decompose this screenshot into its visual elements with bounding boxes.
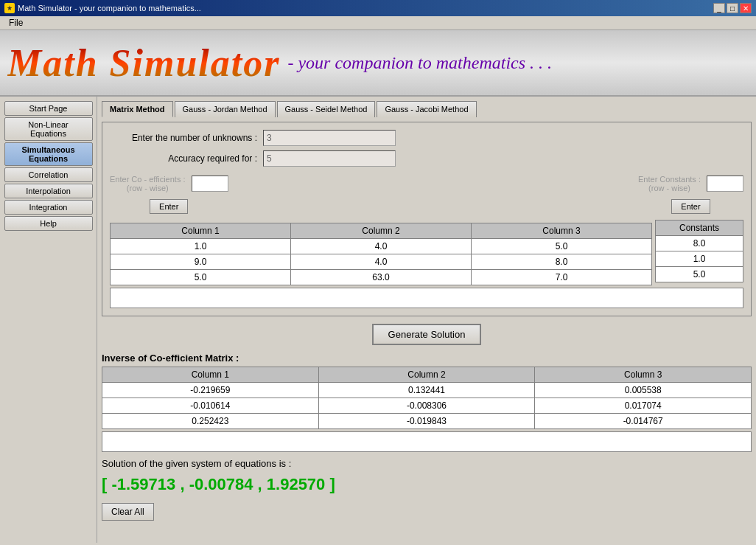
accuracy-row: Accuracy required for : [110,150,743,167]
tabs: Matrix Method Gauss - Jordan Method Gaus… [102,101,752,117]
table-cell: 9.0 [111,254,291,270]
constants-enter-button[interactable]: Enter [671,199,710,214]
matrix-empty-row [110,288,743,308]
constants-col-header: Constants [656,221,743,236]
table-cell: 8.0 [472,254,652,270]
constants-table: Constants 8.01.05.0 [655,220,743,282]
table-row: 1.04.05.0 [111,239,652,254]
table-cell: 4.0 [291,239,472,254]
table-row: 8.0 [656,236,743,251]
accuracy-input[interactable] [263,150,396,167]
generate-solution-button[interactable]: Generate Solution [372,324,482,345]
banner-subtitle: - your companion to mathematics . . . [287,53,552,73]
tab-matrix-method[interactable]: Matrix Method [102,101,173,117]
banner: Math Simulator - your companion to mathe… [0,30,756,97]
table-cell: 5.0 [111,270,291,285]
matrix-table-container: Column 1 Column 2 Column 3 1.04.05.09.04… [110,220,652,288]
constants-table-container: Constants 8.01.05.0 [655,220,743,288]
table-cell: 4.0 [291,254,472,270]
window-title: Math Simulator - your companion to mathe… [18,4,201,13]
matrix-tables-container: Column 1 Column 2 Column 3 1.04.05.09.04… [110,220,743,288]
inverse-section: Inverse of Co-efficient Matrix : Column … [102,353,752,452]
solution-value: [ -1.59713 , -0.00784 , 1.92570 ] [102,475,752,494]
constants-label-line2: (row - wise) [638,184,701,192]
file-menu[interactable]: File [4,16,27,29]
constants-label-line1: Enter Constants : [638,175,701,184]
table-cell: 0.252423 [102,414,319,429]
table-cell: 0.132441 [318,383,535,398]
clear-all-button[interactable]: Clear All [102,503,154,521]
app-body: Start Page Non-Linear Equations Simultan… [0,97,756,543]
coeff-entry-right: Enter Constants : (row - wise) Enter [638,173,743,214]
coeff-label-line2: (row - wise) [110,184,186,192]
table-cell: 0.005538 [535,383,752,398]
table-cell: 5.0 [656,267,743,282]
inv-col1-header: Column 1 [102,367,319,383]
col3-header: Column 3 [472,223,652,239]
table-row: -0.010614-0.0083060.017074 [102,398,752,414]
table-row: -0.2196590.1324410.005538 [102,383,752,398]
sidebar-item-start-page[interactable]: Start Page [4,101,93,116]
tab-gauss-jacobi[interactable]: Gauss - Jacobi Method [377,101,476,117]
content-area: Matrix Method Gauss - Jordan Method Gaus… [97,97,756,543]
solution-label: Solution of the given system of equation… [102,458,752,469]
constants-labels: Enter Constants : (row - wise) [638,175,701,192]
table-row: 5.0 [656,267,743,282]
unknowns-row: Enter the number of unknowns : [110,130,743,146]
maximize-button[interactable]: □ [727,3,738,13]
unknowns-label: Enter the number of unknowns : [110,133,257,143]
solution-section: Solution of the given system of equation… [102,458,752,494]
title-bar-left: ★ Math Simulator - your companion to mat… [4,3,201,13]
inverse-heading: Inverse of Co-efficient Matrix : [102,353,752,364]
sidebar-item-integration[interactable]: Integration [4,200,93,215]
table-cell: 7.0 [472,270,652,285]
constants-input-field[interactable] [707,176,743,192]
table-cell: 1.0 [111,239,291,254]
table-row: 0.252423-0.019843-0.014767 [102,414,752,429]
col1-header: Column 1 [111,223,291,239]
sidebar-item-interpolation[interactable]: Interpolation [4,184,93,198]
app-icon: ★ [4,3,15,13]
window-controls[interactable]: _ □ ✕ [713,3,752,13]
coeff-label-line1: Enter Co - efficients : [110,175,186,184]
sidebar-item-correlation[interactable]: Correlation [4,167,93,182]
close-button[interactable]: ✕ [740,3,752,13]
sidebar-item-help[interactable]: Help [4,216,93,231]
table-cell: 8.0 [656,236,743,251]
sidebar: Start Page Non-Linear Equations Simultan… [0,97,97,543]
table-cell: 5.0 [472,239,652,254]
table-cell: -0.219659 [102,383,319,398]
tab-gauss-seidel[interactable]: Gauss - Seidel Method [277,101,376,117]
sidebar-item-simultaneous[interactable]: Simultaneous Equations [4,142,93,166]
menu-bar: File [0,16,756,30]
inv-col2-header: Column 2 [318,367,535,383]
coefficients-matrix-table: Column 1 Column 2 Column 3 1.04.05.09.04… [110,223,652,285]
tab-gauss-jordan[interactable]: Gauss - Jordan Method [175,101,276,117]
table-cell: 1.0 [656,251,743,267]
form-panel: Enter the number of unknowns : Accuracy … [102,122,752,316]
coeff-input-field[interactable] [192,176,228,192]
title-bar: ★ Math Simulator - your companion to mat… [0,0,756,16]
coeff-entry-left: Enter Co - efficients : (row - wise) Ent… [110,173,228,214]
table-cell: -0.019843 [318,414,535,429]
table-row: 5.063.07.0 [111,270,652,285]
table-cell: -0.014767 [535,414,752,429]
inverse-empty-row [102,431,752,452]
sidebar-item-non-linear[interactable]: Non-Linear Equations [4,117,93,141]
accuracy-label: Accuracy required for : [110,153,257,164]
inv-col3-header: Column 3 [535,367,752,383]
table-cell: 63.0 [291,270,472,285]
coeff-labels: Enter Co - efficients : (row - wise) [110,175,186,192]
coeff-enter-button[interactable]: Enter [150,199,188,214]
table-cell: 0.017074 [535,398,752,414]
col2-header: Column 2 [291,223,472,239]
table-cell: -0.008306 [318,398,535,414]
table-row: 1.0 [656,251,743,267]
table-cell: -0.010614 [102,398,319,414]
unknowns-input[interactable] [263,130,396,146]
inverse-matrix-table: Column 1 Column 2 Column 3 -0.2196590.13… [102,367,752,429]
banner-title: Math Simulator [7,41,280,85]
table-row: 9.04.08.0 [111,254,652,270]
minimize-button[interactable]: _ [713,3,725,13]
